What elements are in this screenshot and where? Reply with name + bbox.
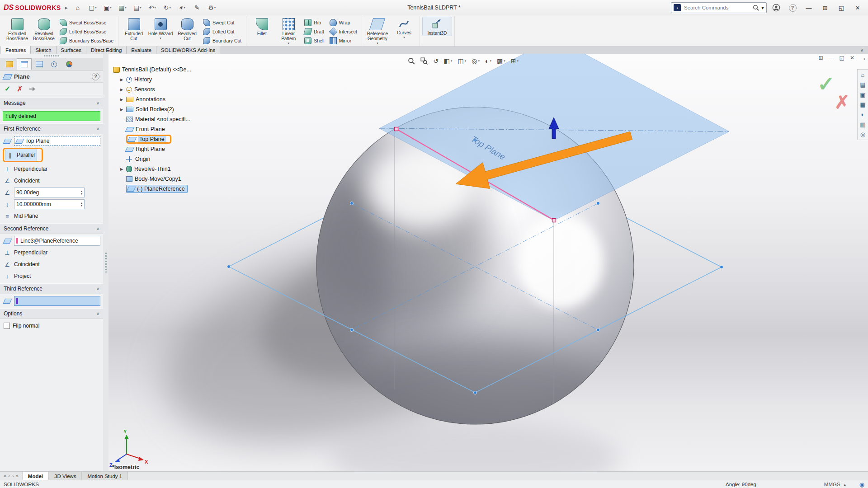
revolved-cut-button[interactable]: Revolved Cut [174,17,200,41]
open-button[interactable]: ▣▾ [101,2,114,13]
tree-item-right-plane[interactable]: Right Plane [113,144,226,154]
mid-plane-option[interactable]: ≡ Mid Plane [3,211,40,221]
display-style-button[interactable]: ◫▾ [458,57,466,65]
third-reference-section-header[interactable]: Third Reference ∧ [0,283,103,294]
tree-item-history[interactable]: ▶ History [113,75,226,84]
nav-prev-icon[interactable]: ‹ [9,474,10,479]
doc-minimize-button[interactable]: — [829,55,834,61]
fillet-button[interactable]: Fillet [249,17,275,36]
edit-appearance-button[interactable]: ◐▾ [485,57,491,65]
attachment-button[interactable]: ✎ [190,2,204,13]
tab-surfaces[interactable]: Surfaces [57,46,86,54]
spinner[interactable]: ▴▾ [81,190,82,195]
zoom-fit-button[interactable] [408,57,415,65]
doc-tile-button[interactable]: ⊞ [819,55,823,61]
forum-rail-button[interactable]: ◎ [860,131,865,138]
lofted-boss-base-button[interactable]: Lofted Boss/Base [58,28,115,35]
revolved-boss-base-button[interactable]: Revolved Boss/Base [31,17,57,41]
project-option[interactable]: ↓ Project [3,271,33,281]
tree-item-front-plane[interactable]: Front Plane [113,124,226,134]
first-reference-field[interactable]: Top Plane [14,136,100,146]
expand-arrow-icon[interactable]: ▶ [119,78,124,82]
line-endpoint-handle[interactable] [395,127,398,131]
intersect-button[interactable]: Intersect [328,28,359,35]
tree-item-revolve-thin[interactable]: ▶ Revolve-Thin1 [113,164,226,174]
second-reference-section-header[interactable]: Second Reference ∧ [0,223,103,234]
tree-item-origin[interactable]: Origin [113,154,226,164]
tab-display-manager[interactable] [61,58,76,70]
tree-item-top-plane[interactable]: Top Plane [113,134,226,144]
confirm-cancel-button[interactable]: ✗ [835,92,850,113]
doc-restore-button[interactable]: ◱ [840,55,844,61]
close-button[interactable]: ✕ [851,2,864,14]
search-icon[interactable] [753,5,759,11]
hole-wizard-button[interactable]: Hole Wizard ▾ [147,17,174,40]
tree-item-sensors[interactable]: ▶ Sensors [113,84,226,94]
pm-help-icon[interactable]: ? [92,73,99,80]
shell-button[interactable]: Shell [303,37,326,44]
tab-model[interactable]: Model [23,472,49,480]
tab-3d-views[interactable]: 3D Views [49,472,82,480]
zoom-area-button[interactable] [420,57,428,65]
search-scope-icon[interactable]: › [674,4,681,11]
tree-item-body-move-copy[interactable]: Body-Move/Copy1 [113,174,226,184]
extruded-boss-base-button[interactable]: Extruded Boss/Base [4,17,30,41]
perpendicular-option[interactable]: ⊥ Perpendicular [3,164,49,174]
view-orientation-button[interactable]: ⊞▾ [511,57,519,65]
parallel-option[interactable]: ∥ Parallel [5,150,37,160]
confirm-ok-button[interactable]: ✓ [817,72,835,96]
swept-boss-base-button[interactable]: Swept Boss/Base [58,19,115,26]
perpendicular-option-2[interactable]: ⊥ Perpendicular [3,248,49,258]
view-palette-rail-button[interactable]: ▦ [860,101,865,108]
help-button[interactable]: ? [786,2,799,13]
lofted-cut-button[interactable]: Lofted Cut [202,28,243,35]
message-section-header[interactable]: Message ∧ [0,98,103,108]
new-document-button[interactable]: ▢▾ [86,2,99,13]
second-reference-field[interactable]: Line3@PlaneReference [14,236,100,246]
graphics-viewport[interactable]: Top Plane Y X Z TennisBall (Default) <<D… [108,54,868,471]
nav-last-icon[interactable]: » [16,474,19,479]
options-button[interactable]: ⚙▾ [205,2,219,13]
linear-pattern-button[interactable]: Linear Pattern ▾ [275,17,302,45]
tab-solidworks-add-ins[interactable]: SOLIDWORKS Add-Ins [156,46,220,54]
search-input[interactable] [683,5,750,11]
restore-button[interactable]: ◱ [835,2,848,14]
select-button[interactable]: ➤▾ [175,2,189,13]
home-button[interactable]: ⌂ [71,2,85,13]
tree-root-item[interactable]: TennisBall (Default) <<De... [113,65,226,75]
units-caret-icon[interactable]: ▴ [844,483,846,487]
instant3d-button[interactable]: Instant3D [422,17,452,36]
minimize-button[interactable]: — [802,2,816,14]
tab-features[interactable]: Features [1,46,31,54]
ok-button[interactable]: ✓ [5,84,10,93]
tree-item-planereference[interactable]: (-) PlaneReference [113,184,226,194]
mirror-button[interactable]: Mirror [328,37,359,44]
tab-feature-manager[interactable] [2,58,17,70]
expand-arrow-icon[interactable]: ▶ [119,88,124,92]
keep-visible-pin[interactable] [29,86,36,92]
cancel-button[interactable]: ✗ [17,85,23,93]
expand-arrow-icon[interactable]: ▶ [119,108,124,112]
tab-sketch[interactable]: Sketch [31,46,56,54]
hide-show-items-button[interactable]: ◎▾ [472,57,480,65]
section-view-button[interactable]: ◧▾ [444,57,453,65]
flip-normal-checkbox[interactable]: Flip normal [3,323,39,329]
nav-first-icon[interactable]: « [4,474,6,479]
tab-motion-study-1[interactable]: Motion Study 1 [82,472,128,480]
rib-button[interactable]: Rib [303,19,326,26]
previous-view-button[interactable]: ↺ [433,57,439,65]
menu-expand-icon[interactable]: ▶ [65,6,68,10]
wrap-button[interactable]: Wrap [328,19,359,26]
tab-direct-editing[interactable]: Direct Editing [86,46,127,54]
resources-rail-button[interactable]: ⌂ [861,71,865,78]
undo-button[interactable]: ↶▾ [146,2,159,13]
appearances-rail-button[interactable]: ◐ [861,111,865,118]
first-reference-section-header[interactable]: First Reference ∧ [0,123,103,134]
custom-properties-rail-button[interactable]: ▥ [860,121,865,128]
nav-next-icon[interactable]: › [12,474,14,479]
curves-button[interactable]: Curves ▾ [391,17,417,39]
tab-evaluate[interactable]: Evaluate [127,46,156,54]
quick-tips-icon[interactable]: ◉ [859,481,864,488]
extruded-cut-button[interactable]: Extruded Cut [121,17,147,41]
coincident-option-2[interactable]: ∠ Coincident [3,259,42,269]
